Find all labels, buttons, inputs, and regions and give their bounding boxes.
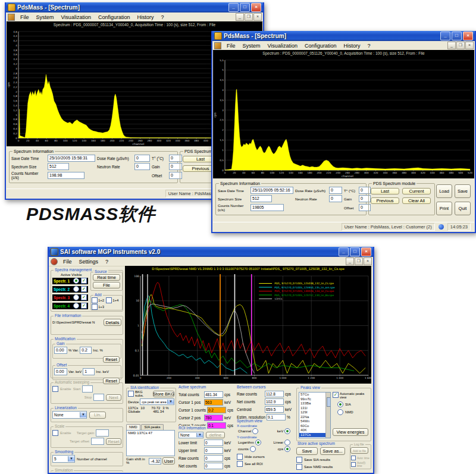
minimize-button[interactable]: _ (339, 247, 349, 256)
neutron-rate-field[interactable]: 0 (134, 163, 150, 170)
menu-item[interactable]: File (60, 259, 76, 265)
x-kev-radio[interactable] (284, 428, 290, 434)
store-bkg-button[interactable]: Store BKG (153, 391, 174, 397)
active-radio[interactable] (73, 278, 79, 284)
tab-sia-peaks[interactable]: SIA peaks (141, 424, 163, 430)
tab-nmd[interactable]: NMD (126, 424, 140, 430)
close-button[interactable]: × (251, 3, 261, 12)
chevron-down-icon[interactable]: ▼ (196, 433, 203, 437)
source-button[interactable]: File (93, 282, 120, 288)
action-button[interactable]: Save (455, 184, 471, 198)
peaks-listbox[interactable]: 57Co99mTc133Ba131I129I22Na54Mn60Co40K137… (299, 392, 331, 438)
gain-inc-field[interactable]: 0.2 (80, 347, 92, 354)
menu-item[interactable]: Configuration (95, 14, 134, 20)
mdi-restore-icon[interactable]: ❐ (456, 42, 465, 49)
value-field[interactable]: 780 (204, 415, 223, 421)
x-channel-radio[interactable] (252, 428, 258, 434)
value-field[interactable]: 0 (204, 455, 223, 462)
titlebar[interactable]: PdsMass - [Spectrum] _ □ × (6, 2, 263, 12)
value-field[interactable]: 481.34 (204, 391, 223, 398)
module-button[interactable]: Clear All (402, 197, 431, 204)
y-linear-radio[interactable] (284, 440, 290, 445)
spectrum-size-field[interactable]: 512 (250, 195, 272, 202)
active-radio[interactable] (73, 294, 79, 300)
value-field[interactable]: 9.1 (267, 414, 286, 420)
sweep-start-field[interactable] (82, 385, 93, 393)
y-cps-radio[interactable] (284, 446, 290, 452)
minimize-button[interactable]: _ (440, 32, 450, 40)
value-field[interactable]: 0 (204, 463, 223, 469)
bkg-subs-checkbox[interactable] (128, 391, 134, 397)
offset-spinner[interactable]: 0.00 (54, 368, 67, 375)
dose-rate-field[interactable]: 0 (329, 187, 342, 194)
gain-reset-button[interactable]: Reset (103, 356, 120, 363)
sweep-stop-field[interactable] (93, 394, 104, 401)
target-offset-field[interactable] (91, 438, 104, 445)
save-as-button[interactable]: Save as... (320, 447, 345, 455)
auto-save-checkbox[interactable] (351, 462, 356, 467)
menu-item[interactable]: File (223, 43, 239, 49)
peaks-nmd-radio[interactable] (337, 409, 343, 415)
close-button[interactable]: × (463, 32, 473, 40)
user-button[interactable]: User (162, 457, 175, 464)
mdi-minimize-icon[interactable]: _ (346, 258, 354, 265)
spectrum-size-field[interactable]: 512 (48, 163, 69, 170)
value-field[interactable]: 0.1 (207, 422, 226, 429)
save-date-field[interactable]: 25/11/2005 05:52:16 (250, 187, 293, 194)
add-1+4-checkbox[interactable] (106, 297, 112, 303)
menu-item[interactable]: File (17, 14, 33, 20)
value-field[interactable]: 563 (204, 399, 223, 406)
active-radio[interactable] (73, 286, 79, 292)
auto-time-checkbox[interactable] (351, 456, 356, 460)
y-log-radio[interactable] (255, 440, 261, 445)
add-1+2-checkbox[interactable] (92, 297, 98, 303)
menu-item[interactable]: Settings (76, 259, 102, 265)
maximize-button[interactable]: □ (452, 32, 462, 40)
chevron-down-icon[interactable]: ▼ (68, 456, 74, 462)
gain-shift-field[interactable]: -4.32 (149, 458, 161, 464)
add-1+3-checkbox[interactable] (92, 304, 98, 310)
view-energies-button[interactable]: View energies (333, 428, 368, 436)
chevron-down-icon[interactable]: ▼ (167, 400, 174, 404)
sweeping-enable-checkbox[interactable] (52, 386, 58, 392)
nmd-result-textarea[interactable]: NMD 137Cs 47 (126, 430, 175, 456)
maximize-button[interactable]: □ (350, 247, 360, 256)
save-sia-checkbox[interactable] (296, 457, 302, 463)
module-button[interactable]: Last (371, 188, 399, 194)
module-button[interactable]: Current (402, 188, 431, 194)
value-field[interactable]: 659.5 (265, 406, 284, 413)
menu-item[interactable]: History (340, 43, 364, 49)
maximize-button[interactable]: □ (240, 3, 250, 12)
menu-item[interactable]: ? (157, 14, 167, 20)
mdi-close-icon[interactable]: × (364, 258, 372, 265)
target-gain-field[interactable] (96, 429, 109, 437)
peaks-sia-radio[interactable] (337, 401, 343, 407)
see-all-roi-checkbox[interactable] (237, 461, 243, 467)
value-field[interactable]: 112.8 (265, 391, 284, 397)
mdi-close-icon[interactable]: × (253, 13, 262, 21)
visible-checkbox[interactable]: ✓ (81, 286, 87, 292)
menu-item[interactable]: System (239, 43, 264, 49)
mdi-minimize-icon[interactable]: _ (447, 42, 456, 49)
lin-button[interactable]: Lin. (89, 412, 106, 419)
menu-item[interactable]: History (133, 14, 157, 20)
details-button[interactable]: Details (104, 319, 121, 326)
counts-number-field[interactable]: 198.98 (48, 172, 84, 179)
chevron-down-icon[interactable]: ▼ (80, 412, 86, 418)
titlebar[interactable]: PdsMass - [Spectrum] _ □ × (212, 31, 475, 41)
neutron-rate-field[interactable]: 0 (329, 195, 342, 202)
scale-enable-checkbox[interactable] (52, 430, 58, 436)
y-counts-radio[interactable] (250, 446, 256, 452)
active-radio[interactable] (73, 303, 79, 309)
mdi-restore-icon[interactable]: ❐ (355, 258, 363, 265)
hide-cursors-checkbox[interactable] (237, 454, 243, 460)
menu-item[interactable]: Visualization (264, 43, 301, 49)
counts-number-field[interactable]: 19805 (250, 204, 284, 211)
module-button[interactable]: Previous (371, 197, 399, 204)
visible-checkbox[interactable]: ✓ (81, 303, 87, 309)
roi-define-button[interactable]: define (206, 432, 225, 438)
menu-item[interactable]: ? (364, 43, 374, 49)
menu-item[interactable]: Configuration (301, 43, 340, 49)
save-nmd-checkbox[interactable] (296, 464, 302, 470)
visible-checkbox[interactable]: ✓ (81, 278, 87, 284)
